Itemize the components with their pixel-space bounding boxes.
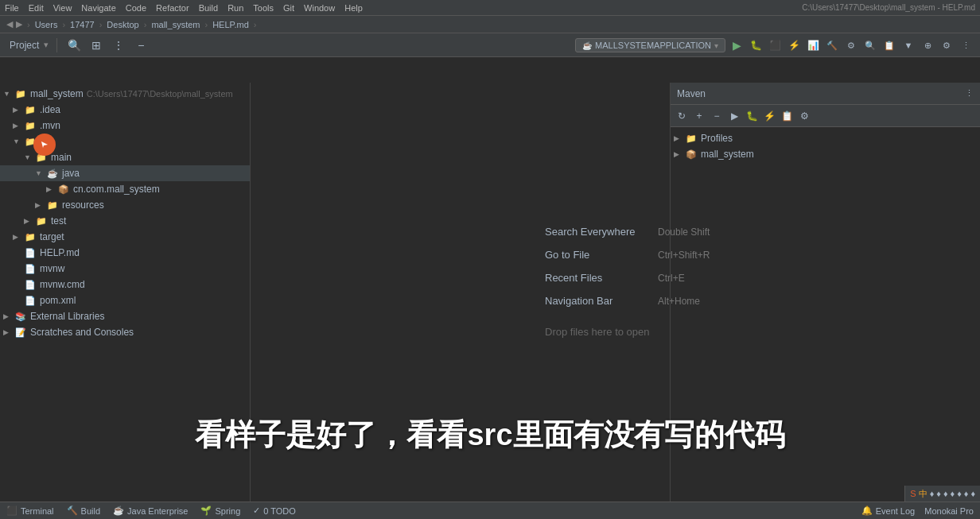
profile-btn[interactable]: 📊: [805, 37, 821, 53]
shortcut-goto[interactable]: Go to File Ctrl+Shift+R: [545, 249, 710, 261]
maven-profiles-label: Profiles: [701, 133, 733, 144]
status-java-enterprise[interactable]: ☕ Java Enterprise: [113, 505, 188, 516]
toolbar-dropdown-icon[interactable]: ▾: [44, 40, 49, 50]
toolbar-icon-4[interactable]: 📋: [881, 37, 897, 53]
tray-icon-4: ♦: [936, 489, 941, 498]
breadcrumb-users[interactable]: Users: [35, 20, 58, 29]
tray-icon-2: 中: [919, 488, 928, 500]
maven-more-btn[interactable]: ⋮: [965, 88, 974, 99]
tree-root-path: C:\Users\17477\Desktop\mall_system: [87, 89, 233, 99]
nav-back-icon[interactable]: ◀: [6, 19, 13, 29]
debug-btn[interactable]: 🐛: [748, 37, 764, 53]
shortcut-search[interactable]: Search Everywhere Double Shift: [545, 226, 710, 238]
toolbar: Project ▾ 🔍 ⊞ ⋮ − ☕ MALLSYSTEMAPPLICATIO…: [0, 33, 980, 57]
tray-icon-5: ♦: [943, 489, 948, 498]
maven-add-btn[interactable]: +: [691, 108, 707, 124]
nav-forward-icon[interactable]: ▶: [16, 19, 22, 29]
maven-mallsystem[interactable]: ▶ 📦 mall_system: [671, 146, 980, 162]
tree-idea-label: .idea: [40, 104, 60, 115]
tree-scratches-icon: 📝: [14, 327, 27, 338]
maven-remove-btn[interactable]: −: [709, 108, 725, 124]
toolbar-expand-btn[interactable]: ⊞: [88, 37, 105, 54]
tree-external-libs[interactable]: ▶ 📚 External Libraries: [0, 308, 250, 324]
tree-test[interactable]: ▶ 📁 test: [0, 213, 250, 229]
maven-profiles-icon: 📁: [685, 133, 698, 144]
editor-theme-label: Monokai Pro: [924, 506, 974, 516]
tree-mvnw[interactable]: ▶ 📄 mvnw: [0, 261, 250, 277]
spring-icon: 🌱: [200, 505, 212, 516]
maven-profiles[interactable]: ▶ 📁 Profiles: [671, 130, 980, 146]
toolbar-settings-btn[interactable]: ⚙: [939, 37, 955, 53]
menu-code[interactable]: Code: [126, 3, 146, 13]
toolbar-more-right-btn[interactable]: ⋮: [958, 37, 974, 53]
spring-label: Spring: [215, 506, 240, 516]
tree-mvn[interactable]: ▶ 📁 .mvn: [0, 118, 250, 134]
stop-btn[interactable]: ⬛: [767, 37, 783, 53]
menu-help[interactable]: Help: [344, 3, 363, 13]
toolbar-icon-6[interactable]: ⊕: [920, 37, 935, 53]
menu-git[interactable]: Git: [283, 3, 294, 13]
breadcrumb-helpmd[interactable]: HELP.md: [212, 20, 249, 29]
breadcrumb: ◀ ▶ › Users › 17477 › Desktop › mall_sys…: [0, 16, 980, 33]
maven-refresh-btn[interactable]: ↻: [674, 108, 690, 124]
run-btn[interactable]: ▶: [729, 37, 745, 53]
tree-resources-icon: 📁: [46, 199, 59, 211]
run-coverage-btn[interactable]: ⚡: [786, 37, 802, 53]
toolbar-minimize-btn[interactable]: −: [132, 37, 150, 54]
java-enterprise-icon: ☕: [113, 505, 124, 516]
menu-run[interactable]: Run: [228, 3, 243, 13]
tree-java[interactable]: ▼ ☕ java: [0, 165, 250, 181]
tree-target[interactable]: ▶ 📁 target: [0, 229, 250, 245]
toolbar-more-btn[interactable]: ⋮: [110, 37, 127, 54]
todo-label: 0 TODO: [263, 506, 296, 516]
toolbar-icon-1[interactable]: 🔨: [824, 37, 840, 53]
tree-mvnwcmd[interactable]: ▶ 📄 mvnw.cmd: [0, 277, 250, 292]
tree-src-arrow: ▼: [13, 137, 24, 145]
menu-build[interactable]: Build: [199, 3, 218, 13]
run-toolbar: ☕ MALLSYSTEMAPPLICATION ▾ ▶ 🐛 ⬛ ⚡ 📊 🔨 ⚙ …: [569, 33, 980, 57]
run-config-selector[interactable]: ☕ MALLSYSTEMAPPLICATION ▾: [575, 38, 725, 52]
status-event-log[interactable]: 🔔 Event Log: [861, 505, 916, 516]
menu-window[interactable]: Window: [304, 3, 335, 13]
menu-view[interactable]: View: [53, 3, 72, 13]
tree-java-label: java: [62, 168, 80, 179]
maven-skip-btn[interactable]: ⚡: [761, 108, 777, 124]
toolbar-icon-5[interactable]: ▼: [900, 37, 916, 53]
status-build[interactable]: 🔨 Build: [67, 505, 100, 516]
toolbar-icon-3[interactable]: 🔍: [862, 37, 878, 53]
tree-src[interactable]: ▼ 📁 src: [0, 134, 250, 149]
terminal-label: Terminal: [21, 506, 54, 516]
menu-tools[interactable]: Tools: [253, 3, 274, 13]
maven-generate-btn[interactable]: 📋: [779, 108, 795, 124]
shortcut-navbar[interactable]: Navigation Bar Alt+Home: [545, 295, 710, 307]
status-terminal[interactable]: ⬛ Terminal: [6, 505, 54, 516]
tree-pomxml[interactable]: ▶ 📄 pom.xml: [0, 292, 250, 308]
menu-file[interactable]: File: [5, 3, 19, 13]
editor-area: Search Everywhere Double Shift Go to Fil…: [251, 83, 670, 519]
tree-main[interactable]: ▼ 📁 main: [0, 149, 250, 165]
menu-refactor[interactable]: Refactor: [156, 3, 189, 13]
status-todo[interactable]: ✓ 0 TODO: [253, 505, 296, 516]
maven-run-btn[interactable]: ▶: [726, 108, 742, 124]
todo-icon: ✓: [253, 505, 260, 516]
tree-scratches[interactable]: ▶ 📝 Scratches and Consoles: [0, 324, 250, 340]
tree-helpmd[interactable]: ▶ 📄 HELP.md: [0, 245, 250, 261]
breadcrumb-17477[interactable]: 17477: [70, 20, 95, 29]
tree-idea[interactable]: ▶ 📁 .idea: [0, 102, 250, 118]
toolbar-icon-2[interactable]: ⚙: [843, 37, 859, 53]
tree-test-arrow: ▶: [24, 217, 35, 225]
maven-settings-btn[interactable]: ⚙: [796, 108, 812, 124]
status-spring[interactable]: 🌱 Spring: [200, 505, 240, 516]
maven-debug-btn[interactable]: 🐛: [744, 108, 760, 124]
tree-resources[interactable]: ▶ 📁 resources: [0, 197, 250, 213]
shortcut-navbar-label: Navigation Bar: [545, 295, 648, 307]
shortcut-recent[interactable]: Recent Files Ctrl+E: [545, 272, 710, 284]
tree-root[interactable]: ▼ 📁 mall_system C:\Users\17477\Desktop\m…: [0, 86, 250, 102]
menu-edit[interactable]: Edit: [29, 3, 44, 13]
breadcrumb-desktop[interactable]: Desktop: [107, 20, 138, 29]
menu-navigate[interactable]: Navigate: [81, 3, 115, 13]
toolbar-search-btn[interactable]: 🔍: [65, 37, 83, 54]
breadcrumb-mallsystem[interactable]: mall_system: [151, 20, 200, 29]
status-editor-theme[interactable]: Monokai Pro: [924, 506, 974, 516]
tree-package[interactable]: ▶ 📦 cn.com.mall_system: [0, 181, 250, 197]
